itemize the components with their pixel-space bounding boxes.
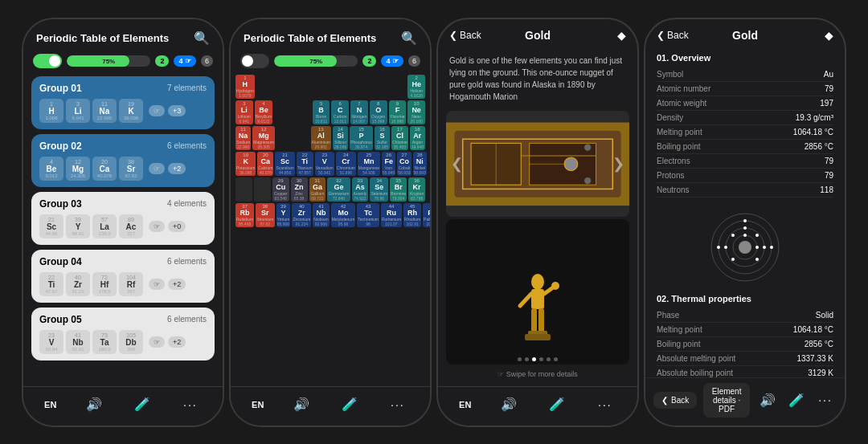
filter-badge-2b[interactable]: 2 [362, 55, 376, 67]
bottom-en-1[interactable]: EN [44, 400, 56, 409]
pt-Rb[interactable]: 37 Rb Rubidium 85.468 [235, 203, 254, 227]
pt-Mg[interactable]: 12 Mg Magnesium 28.305 [252, 126, 275, 150]
bottom-sound-icon-3[interactable]: 🔊 [497, 393, 520, 416]
pt-Be[interactable]: 4 Be Beryllium 9.0122 [255, 100, 273, 124]
bottom-flask-icon-4[interactable]: 🧪 [785, 389, 808, 411]
filter-badge-2[interactable]: 2 [155, 55, 169, 67]
pt-K[interactable]: 19 K Potassium 39.098 [235, 152, 256, 176]
filter-badge-4b[interactable]: 4 ☞ [381, 55, 403, 67]
pt-As[interactable]: 33 As Arsenic 74.922 [352, 177, 369, 202]
back-button-3[interactable]: ❮ Back [449, 30, 481, 41]
pt-Br[interactable]: 35 Br Bromine 79.904 [390, 177, 407, 202]
elem-Li: 3 Li 6.941 [66, 99, 90, 123]
pt-num30[interactable]: 30 Zn Zinc 65.38 [291, 177, 308, 202]
pt-B[interactable]: 5 B Boron 10.811 [313, 100, 330, 124]
header-1: Periodic Table of Elements 🔍 [23, 19, 223, 51]
pt-S[interactable]: 16 S Sulfur 32.165 [375, 126, 390, 150]
pt-Ar[interactable]: 18 Ar Argon 19.948 [410, 126, 425, 150]
back-button-4[interactable]: ❮ Back [657, 30, 689, 41]
svg-point-19 [551, 282, 559, 290]
pt-V[interactable]: 23 V Vanadium 50.942 [315, 152, 334, 176]
bottom-more-icon-1[interactable]: ··· [179, 393, 202, 416]
pt-He[interactable]: 2 He Helium 4.0026 [407, 75, 425, 99]
pt-Rh[interactable]: 45 Rh Rhodium 102.91 [403, 203, 421, 227]
elem-Na: 11 Na 22.990 [92, 99, 117, 123]
search-icon-1[interactable]: 🔍 [194, 31, 210, 46]
bottom-sound-icon-2[interactable]: 🔊 [290, 393, 313, 416]
pt-N[interactable]: 7 N Nitrogen 14.007 [350, 100, 368, 124]
bottom-flask-icon-3[interactable]: 🧪 [546, 393, 568, 416]
pt-Sr[interactable]: 38 Sr Strontium 87.62 [256, 203, 274, 227]
bottom-more-icon-2[interactable]: ··· [387, 393, 409, 416]
pt-Cr[interactable]: 24 Cr Chromium 51.996 [336, 152, 356, 176]
pt-Sc[interactable]: 21 Sc Scandium 44.956 [275, 152, 294, 176]
pt-O[interactable]: 8 O Oxygen 15.999 [370, 100, 387, 124]
filter-num-6b[interactable]: 6 [408, 55, 420, 67]
group-card-05[interactable]: Group 05 6 elements 23 V 50.94 41 Nb 92.… [31, 308, 215, 360]
back-nav-button-4[interactable]: ❮ Back [653, 392, 697, 409]
pt-Al[interactable]: 13 Al Aluminium 26.982 [311, 126, 331, 150]
group-04-elements: 22 Ti 47.87 40 Zr 91.22 72 Hf 178.5 [39, 272, 207, 296]
pt-Ca[interactable]: 20 Ca Calcium 40.078 [257, 152, 273, 176]
pt-Si[interactable]: 14 Si Silicon 28.086 [333, 126, 348, 150]
group-card-01[interactable]: Group 01 7 elements 1 H 1.008 3 Li 6.941 [31, 76, 215, 129]
group-02-count: 6 elements [167, 141, 207, 150]
pt-Zr[interactable]: 40 Zr Zirconium 91.224 [292, 203, 311, 227]
pt-Kr[interactable]: 36 Kr Krypton 83.798 [408, 177, 425, 202]
bottom-en-2[interactable]: EN [252, 400, 264, 409]
pt-Ne[interactable]: 10 Ne Neon 20.180 [407, 100, 425, 124]
pt-Li[interactable]: 3 Li Lithium 6.941 [235, 100, 253, 124]
pt-Nb[interactable]: 41 Nb Niobium 92.906 [313, 203, 329, 227]
pt-H[interactable]: 1 H Hydrogen 1.0079 [235, 75, 255, 99]
pt-Ti[interactable]: 22 Ti Titanium 47.857 [297, 152, 313, 176]
pt-Tc[interactable]: 43 Tc Technetium 98 [357, 203, 379, 227]
pt-Mo[interactable]: 42 Mo Molybdenum 95.96 [331, 203, 356, 227]
group-04-name: Group 04 [39, 256, 82, 267]
pt-Y[interactable]: 39 Y Yttrium 88.906 [276, 203, 291, 227]
prop-electrons: Electrons 79 [657, 153, 833, 168]
toggle-switch-2[interactable] [240, 54, 269, 68]
swipe-icon-3: ☞ [497, 370, 504, 378]
next-button-3[interactable]: ❯ [612, 155, 624, 173]
pt-Ru[interactable]: 44 Ru Ruthenium 101.07 [381, 203, 402, 227]
pt-Ge[interactable]: 32 Ge Germanium 72.640 [327, 177, 350, 202]
group-02-elements: 4 Be 9.012 12 Mg 24.305 20 Ca 40.078 [39, 157, 207, 181]
pt-Mn[interactable]: 25 Mn Manganese 54.938 [358, 152, 380, 176]
bottom-bar-1: EN 🔊 🧪 ··· [23, 386, 223, 426]
cursor-icon-01: ☞ [149, 105, 165, 116]
bottom-en-3[interactable]: EN [459, 400, 471, 409]
pt-Pd[interactable]: 46 Pd Palladium 106.42 [423, 203, 430, 227]
search-icon-2[interactable]: 🔍 [401, 31, 417, 46]
pt-Na[interactable]: 11 Na Sodium 22.990 [235, 126, 251, 150]
bottom-more-icon-4[interactable]: ··· [814, 389, 837, 411]
toggle-switch-1[interactable] [33, 54, 62, 68]
pt-Ga[interactable]: 31 Ga Gallium 69.723 [309, 177, 326, 202]
pt-F[interactable]: 9 F Fluorine 18.998 [389, 100, 407, 124]
bottom-flask-icon-2[interactable]: 🧪 [338, 393, 361, 416]
pt-Cl[interactable]: 17 Cl Chlorine 35.453 [391, 126, 408, 150]
prev-button-3[interactable]: ❮ [451, 155, 463, 173]
filter-badge-4[interactable]: 4 ☞ [174, 55, 196, 67]
chevron-left-nav-icon: ❮ [661, 396, 668, 405]
bottom-sound-icon-4[interactable]: 🔊 [756, 389, 779, 411]
svg-point-8 [584, 144, 591, 150]
group-card-04[interactable]: Group 04 6 elements 22 Ti 47.87 40 Zr 91… [31, 250, 215, 303]
pt-P[interactable]: 15 P Phosphorus 30.974 [350, 126, 373, 150]
pt-Se[interactable]: 34 Se Selenium 78.96 [370, 177, 388, 202]
pt-num29[interactable]: 29 Cu Copper 63.546 [272, 177, 289, 202]
bottom-sound-icon-1[interactable]: 🔊 [83, 393, 105, 416]
pt-row-4: 19 K Potassium 39.098 20 Ca Calcium 40.0… [235, 152, 425, 176]
pdf-button-4[interactable]: Element details · PDF [703, 383, 750, 418]
pt-C[interactable]: 6 C Carbon 12.011 [331, 100, 349, 124]
prop-protons: Protons 79 [657, 168, 833, 182]
pt-Ni[interactable]: 28 Ni Nickel 58.693 [413, 152, 427, 176]
bottom-more-icon-3[interactable]: ··· [594, 393, 616, 416]
filter-num-6[interactable]: 6 [201, 55, 213, 67]
pt-Fe[interactable]: 26 Fe Iron 55.845 [382, 152, 395, 176]
elem-H: 1 H 1.008 [39, 99, 63, 123]
bottom-flask-icon-1[interactable]: 🧪 [131, 393, 154, 416]
dot-3 [532, 357, 536, 361]
pt-Co[interactable]: 27 Co Cobalt 58.933 [397, 152, 411, 176]
group-card-02[interactable]: Group 02 6 elements 4 Be 9.012 12 Mg 24.… [31, 134, 215, 187]
group-card-03[interactable]: Group 03 4 elements 21 Sc 44.96 39 Y 88.… [31, 192, 215, 245]
